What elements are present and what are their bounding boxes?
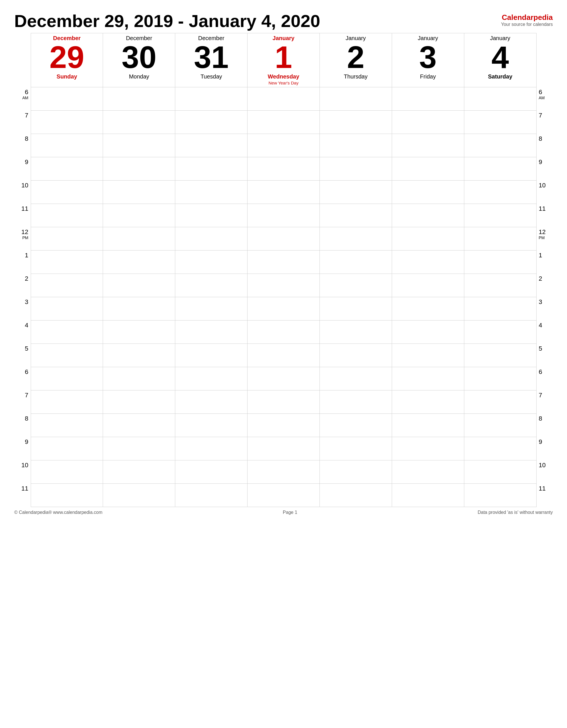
time-cell-0-2[interactable] (175, 87, 247, 111)
time-cell-0-6[interactable] (464, 87, 536, 111)
time-cell-16-3[interactable] (247, 460, 320, 484)
time-cell-17-3[interactable] (247, 484, 320, 507)
time-cell-0-5[interactable] (392, 87, 464, 111)
time-cell-15-2[interactable] (175, 437, 247, 460)
time-cell-1-4[interactable] (320, 111, 392, 134)
time-cell-11-6[interactable] (464, 344, 536, 367)
time-cell-12-3[interactable] (247, 367, 320, 390)
time-cell-13-1[interactable] (103, 390, 175, 414)
time-cell-4-0[interactable] (31, 181, 103, 204)
time-cell-9-3[interactable] (247, 297, 320, 320)
time-cell-4-1[interactable] (103, 181, 175, 204)
time-cell-6-0[interactable] (31, 227, 103, 251)
time-cell-9-0[interactable] (31, 297, 103, 320)
time-cell-7-3[interactable] (247, 251, 320, 274)
time-cell-15-0[interactable] (31, 437, 103, 460)
time-cell-14-4[interactable] (320, 414, 392, 437)
time-cell-14-2[interactable] (175, 414, 247, 437)
time-cell-4-6[interactable] (464, 181, 536, 204)
time-cell-14-3[interactable] (247, 414, 320, 437)
time-cell-12-5[interactable] (392, 367, 464, 390)
time-cell-2-3[interactable] (247, 134, 320, 157)
time-cell-17-5[interactable] (392, 484, 464, 507)
time-cell-11-1[interactable] (103, 344, 175, 367)
time-cell-12-0[interactable] (31, 367, 103, 390)
time-cell-12-2[interactable] (175, 367, 247, 390)
time-cell-6-1[interactable] (103, 227, 175, 251)
time-cell-4-5[interactable] (392, 181, 464, 204)
time-cell-5-6[interactable] (464, 204, 536, 227)
time-cell-14-5[interactable] (392, 414, 464, 437)
time-cell-10-2[interactable] (175, 320, 247, 344)
time-cell-5-1[interactable] (103, 204, 175, 227)
time-cell-0-1[interactable] (103, 87, 175, 111)
time-cell-3-1[interactable] (103, 157, 175, 181)
time-cell-5-4[interactable] (320, 204, 392, 227)
time-cell-0-0[interactable] (31, 87, 103, 111)
time-cell-3-0[interactable] (31, 157, 103, 181)
time-cell-9-1[interactable] (103, 297, 175, 320)
time-cell-7-2[interactable] (175, 251, 247, 274)
time-cell-13-2[interactable] (175, 390, 247, 414)
time-cell-0-3[interactable] (247, 87, 320, 111)
time-cell-1-0[interactable] (31, 111, 103, 134)
time-cell-4-2[interactable] (175, 181, 247, 204)
time-cell-16-2[interactable] (175, 460, 247, 484)
time-cell-8-2[interactable] (175, 274, 247, 297)
time-cell-0-4[interactable] (320, 87, 392, 111)
time-cell-7-0[interactable] (31, 251, 103, 274)
time-cell-15-4[interactable] (320, 437, 392, 460)
time-cell-1-3[interactable] (247, 111, 320, 134)
time-cell-9-5[interactable] (392, 297, 464, 320)
time-cell-11-0[interactable] (31, 344, 103, 367)
time-cell-15-3[interactable] (247, 437, 320, 460)
time-cell-11-5[interactable] (392, 344, 464, 367)
time-cell-1-1[interactable] (103, 111, 175, 134)
time-cell-8-3[interactable] (247, 274, 320, 297)
time-cell-16-1[interactable] (103, 460, 175, 484)
time-cell-13-6[interactable] (464, 390, 536, 414)
time-cell-16-0[interactable] (31, 460, 103, 484)
time-cell-12-1[interactable] (103, 367, 175, 390)
time-cell-15-6[interactable] (464, 437, 536, 460)
time-cell-3-3[interactable] (247, 157, 320, 181)
time-cell-17-0[interactable] (31, 484, 103, 507)
time-cell-7-5[interactable] (392, 251, 464, 274)
time-cell-7-6[interactable] (464, 251, 536, 274)
time-cell-8-6[interactable] (464, 274, 536, 297)
time-cell-8-5[interactable] (392, 274, 464, 297)
time-cell-13-0[interactable] (31, 390, 103, 414)
time-cell-16-6[interactable] (464, 460, 536, 484)
time-cell-16-4[interactable] (320, 460, 392, 484)
time-cell-3-5[interactable] (392, 157, 464, 181)
time-cell-11-2[interactable] (175, 344, 247, 367)
time-cell-7-4[interactable] (320, 251, 392, 274)
time-cell-6-6[interactable] (464, 227, 536, 251)
time-cell-6-5[interactable] (392, 227, 464, 251)
time-cell-13-4[interactable] (320, 390, 392, 414)
time-cell-11-3[interactable] (247, 344, 320, 367)
time-cell-12-4[interactable] (320, 367, 392, 390)
time-cell-11-4[interactable] (320, 344, 392, 367)
time-cell-13-3[interactable] (247, 390, 320, 414)
time-cell-2-2[interactable] (175, 134, 247, 157)
time-cell-10-0[interactable] (31, 320, 103, 344)
time-cell-6-4[interactable] (320, 227, 392, 251)
time-cell-16-5[interactable] (392, 460, 464, 484)
time-cell-10-4[interactable] (320, 320, 392, 344)
time-cell-14-0[interactable] (31, 414, 103, 437)
time-cell-8-0[interactable] (31, 274, 103, 297)
time-cell-9-2[interactable] (175, 297, 247, 320)
time-cell-17-2[interactable] (175, 484, 247, 507)
time-cell-10-1[interactable] (103, 320, 175, 344)
time-cell-5-0[interactable] (31, 204, 103, 227)
time-cell-4-4[interactable] (320, 181, 392, 204)
time-cell-1-6[interactable] (464, 111, 536, 134)
time-cell-12-6[interactable] (464, 367, 536, 390)
time-cell-9-6[interactable] (464, 297, 536, 320)
time-cell-6-3[interactable] (247, 227, 320, 251)
time-cell-10-3[interactable] (247, 320, 320, 344)
time-cell-3-6[interactable] (464, 157, 536, 181)
time-cell-5-5[interactable] (392, 204, 464, 227)
time-cell-2-5[interactable] (392, 134, 464, 157)
